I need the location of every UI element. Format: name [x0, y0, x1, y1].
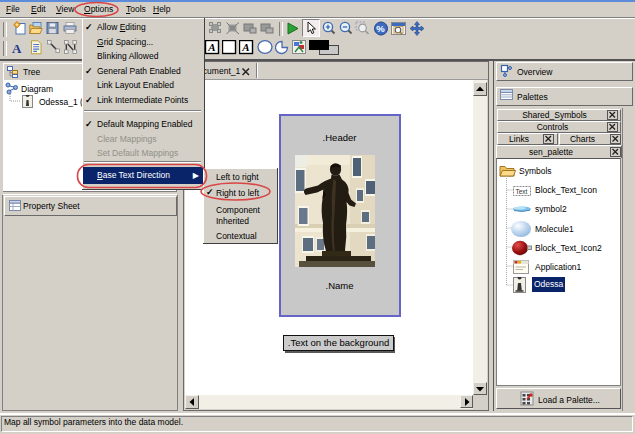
svg-text:A: A	[207, 41, 215, 53]
svg-text:Text: Text	[516, 188, 528, 195]
svg-text:A: A	[241, 41, 249, 53]
svg-text:A: A	[12, 41, 22, 56]
svg-text:%: %	[376, 23, 385, 34]
